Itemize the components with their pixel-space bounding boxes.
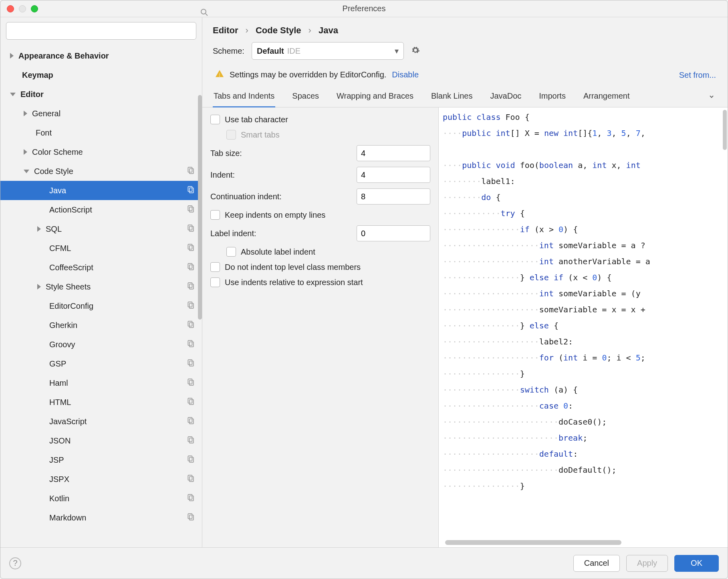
tree-item-label: HTML [49,398,71,407]
tree-item-label: SQL [46,225,62,234]
apply-button: Apply [626,555,668,572]
minimize-window-button[interactable] [19,5,26,12]
scheme-tag: IDE [287,47,300,56]
tab-arrangement[interactable]: Arrangement [583,87,631,107]
tree-item-java[interactable]: Java [0,181,202,200]
svg-rect-9 [190,226,194,231]
copy-icon [187,398,194,407]
use-tab-checkbox[interactable] [210,115,220,124]
label-indent-row: Label indent: [210,225,430,241]
no-top-checkbox[interactable] [210,262,220,272]
close-window-button[interactable] [7,5,14,12]
tree-item-style-sheets[interactable]: Style Sheets [0,277,202,296]
tree-item-label: Kotlin [49,494,69,503]
tree-item-kotlin[interactable]: Kotlin [0,489,202,508]
warning-row: Settings may be overridden by EditorConf… [202,65,728,87]
tree-item-appearance-behavior[interactable]: Appearance & Behavior [0,46,202,65]
svg-rect-14 [188,283,192,287]
cont-indent-input[interactable] [357,188,430,204]
tree-item-jspx[interactable]: JSPX [0,470,202,489]
tree-item-general[interactable]: General [0,104,202,123]
tree-item-jsp[interactable]: JSP [0,450,202,470]
sidebar-scrollbar[interactable] [198,95,202,320]
tab-size-input[interactable] [357,145,430,161]
code-v-scrollbar[interactable] [723,110,727,150]
tree-item-actionscript[interactable]: ActionScript [0,200,202,219]
copy-icon [187,263,194,272]
tree-item-font[interactable]: Font [0,123,202,142]
rel-expr-checkbox[interactable] [210,277,220,287]
tree-item-markdown[interactable]: Markdown [0,508,202,527]
cancel-button[interactable]: Cancel [573,555,620,572]
scheme-select[interactable]: Default IDE ▾ [252,42,404,60]
rel-expr-row[interactable]: Use indents relative to expression start [210,277,430,287]
svg-rect-20 [188,340,192,345]
smart-tabs-row: Smart tabs [210,130,430,140]
tree-item-coffeescript[interactable]: CoffeeScript [0,258,202,277]
tab-spaces[interactable]: Spaces [291,87,320,107]
content: Use tab character Smart tabs Tab size: I… [202,107,728,547]
tree-item-label: Markdown [49,513,86,522]
crumb-code-style: Code Style [256,25,301,36]
tree-item-json[interactable]: JSON [0,431,202,450]
tree-item-editor[interactable]: Editor [0,85,202,104]
keep-empty-checkbox[interactable] [210,210,220,220]
svg-rect-4 [188,186,192,191]
tab-blank-lines[interactable]: Blank Lines [430,87,473,107]
svg-rect-32 [188,456,192,461]
tree-item-keymap[interactable]: Keymap [0,65,202,85]
keep-empty-row[interactable]: Keep indents on empty lines [210,210,430,220]
copy-icon [187,494,194,503]
svg-rect-5 [190,188,194,192]
svg-rect-30 [188,437,192,441]
tree-item-gherkin[interactable]: Gherkin [0,316,202,335]
svg-rect-13 [190,265,194,269]
chevron-right-icon [37,284,41,290]
indent-input[interactable] [357,167,430,183]
tree-item-label: Style Sheets [46,282,91,292]
tree-item-editorconfig[interactable]: EditorConfig [0,296,202,316]
svg-rect-8 [188,225,192,230]
no-top-row[interactable]: Do not indent top level class members [210,262,430,272]
tab-wrapping-and-braces[interactable]: Wrapping and Braces [336,87,414,107]
label-indent-input[interactable] [357,225,430,241]
tree-item-code-style[interactable]: Code Style [0,162,202,181]
footer: ? Cancel Apply OK [0,547,728,579]
warning-icon [215,69,224,80]
tree-item-groovy[interactable]: Groovy [0,335,202,354]
zoom-window-button[interactable] [31,5,38,12]
main-panel: Editor › Code Style › Java Scheme: Defau… [202,17,728,547]
gear-icon[interactable] [411,46,420,57]
tree-item-color-scheme[interactable]: Color Scheme [0,142,202,162]
tree-item-javascript[interactable]: JavaScript [0,412,202,431]
svg-rect-24 [188,379,192,384]
svg-rect-31 [190,438,194,443]
search-input[interactable] [6,22,196,40]
tab-size-row: Tab size: [210,145,430,161]
copy-icon [187,340,194,349]
use-tab-row[interactable]: Use tab character [210,115,430,124]
tree-item-label: Color Scheme [32,148,83,157]
tree-item-label: JSP [49,456,64,465]
tree-item-html[interactable]: HTML [0,393,202,412]
tab-imports[interactable]: Imports [538,87,567,107]
tabs-overflow-icon[interactable] [708,93,717,102]
abs-label-row[interactable]: Absolute label indent [210,247,430,257]
tab-javadoc[interactable]: JavaDoc [489,87,522,107]
sidebar: Appearance & BehaviorKeymapEditorGeneral… [0,17,202,547]
disable-link[interactable]: Disable [392,70,419,79]
tree-item-sql[interactable]: SQL [0,219,202,239]
abs-label-checkbox[interactable] [226,247,236,257]
tree-item-haml[interactable]: Haml [0,373,202,393]
set-from-link[interactable]: Set from... [679,71,716,80]
svg-rect-15 [190,284,194,289]
tree-item-cfml[interactable]: CFML [0,239,202,258]
titlebar: Preferences [0,0,728,17]
ok-button[interactable]: OK [674,555,719,572]
settings-tree: Appearance & BehaviorKeymapEditorGeneral… [0,43,202,547]
smart-tabs-checkbox [226,130,236,140]
code-h-scrollbar[interactable] [445,540,721,545]
tab-tabs-and-indents[interactable]: Tabs and Indents [213,87,275,107]
tree-item-gsp[interactable]: GSP [0,354,202,373]
help-button[interactable]: ? [9,557,21,569]
